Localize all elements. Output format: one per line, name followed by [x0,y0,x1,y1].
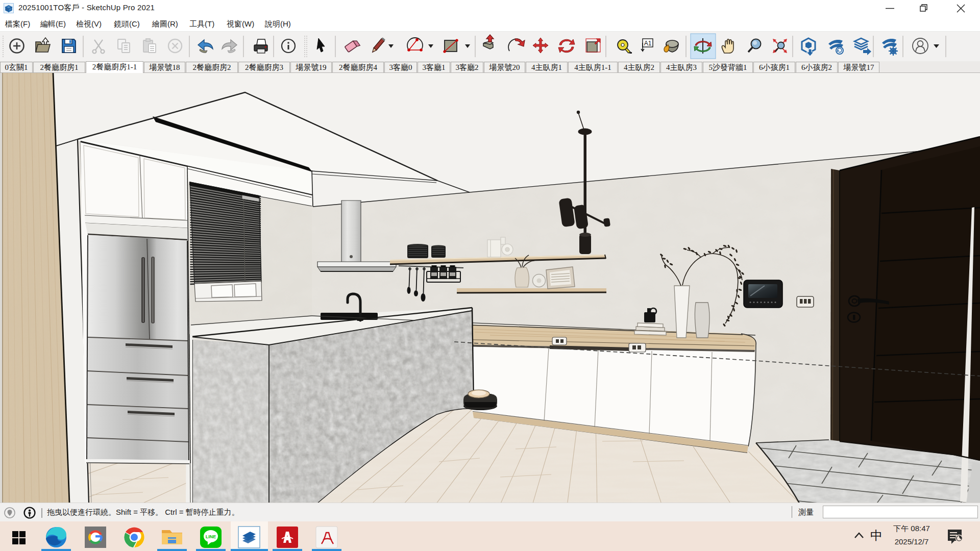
svg-text:A1: A1 [644,40,652,47]
svg-text:中: 中 [870,529,883,542]
svg-text:LINE: LINE [206,534,216,539]
svg-text:2025/12/7: 2025/12/7 [895,537,929,546]
svg-text:下午 08:47: 下午 08:47 [893,524,930,533]
